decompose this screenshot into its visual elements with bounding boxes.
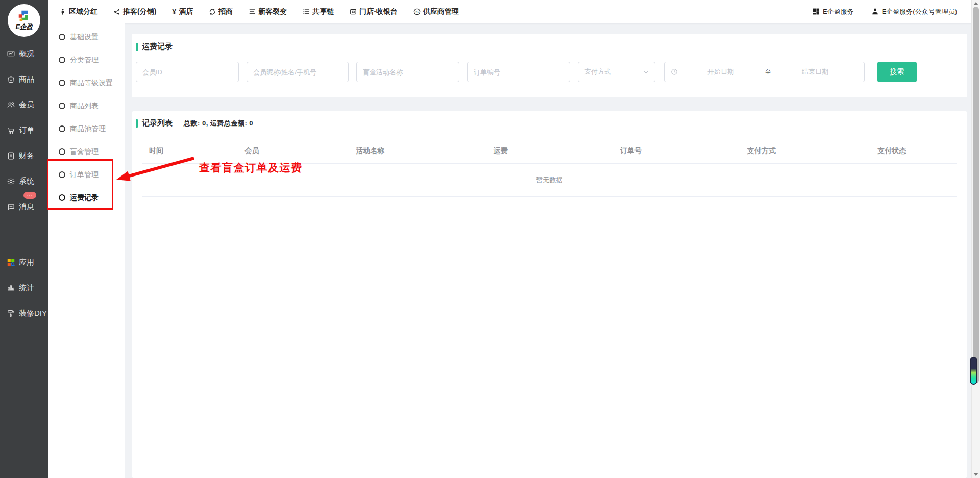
activity-name-input[interactable] (356, 62, 459, 82)
pay-method-select[interactable]: 支付方式 (578, 62, 655, 82)
radio-circle-icon (59, 103, 65, 109)
submenu-item-goods-pool[interactable]: 商品池管理 (48, 117, 125, 140)
title-accent-bar (136, 119, 138, 128)
column-header-pay-method: 支付方式 (696, 146, 827, 156)
goods-icon (7, 75, 15, 84)
column-header-freight: 运费 (435, 146, 566, 156)
supplier-icon: S (413, 8, 421, 15)
store-icon (350, 8, 357, 15)
sidebar-item-label: 概况 (19, 49, 34, 59)
sidebar-item-label: 财务 (19, 151, 34, 161)
topnav-item-store-cashier[interactable]: 门店-收银台 (350, 7, 398, 16)
topnav-item-fission[interactable]: 新客裂变 (249, 7, 287, 16)
submenu-item-basic-settings[interactable]: 基础设置 (48, 26, 125, 48)
members-icon (7, 100, 15, 109)
submenu-item-goods-level[interactable]: 商品等级设置 (48, 71, 125, 94)
submenu-item-goods-list[interactable]: 商品列表 (48, 94, 125, 117)
submenu-item-category[interactable]: 分类管理 (48, 48, 125, 71)
sidebar-item-label: 应用 (19, 258, 34, 267)
sidebar-item-system[interactable]: 系统 (0, 168, 48, 194)
topnav-item-affiliate[interactable]: 推客(分销) (113, 7, 156, 16)
sidebar-item-label: 系统 (19, 177, 34, 186)
panel-title: 运费记录 (142, 42, 173, 52)
column-header-time: 时间 (142, 146, 199, 156)
topbar-account-area: E企盈服务 E企盈服务(公众号管理员) (812, 7, 957, 16)
submenu-label: 商品池管理 (70, 124, 106, 134)
date-separator: 至 (764, 67, 772, 77)
topnav-item-region-bonus[interactable]: 区域分红 (59, 7, 97, 16)
column-header-member: 会员 (199, 146, 305, 156)
sidebar-item-finance[interactable]: 财务 (0, 143, 48, 168)
yen-icon: ¥ (172, 8, 176, 16)
date-range-picker[interactable]: 开始日期 至 结束日期 (664, 62, 865, 82)
sidebar-item-overview[interactable]: 概况 (0, 41, 48, 66)
start-date-field[interactable]: 开始日期 (678, 67, 764, 77)
submenu-item-blindbox[interactable]: 盲盒管理 (48, 140, 125, 163)
orders-icon (7, 126, 15, 135)
topnav-label: 推客(分销) (123, 7, 156, 16)
clock-icon (671, 68, 678, 76)
vertical-scrollbar[interactable] (971, 0, 980, 478)
sidebar-item-label: 装修DIY (19, 309, 47, 318)
region-bonus-icon (59, 8, 66, 15)
radio-circle-icon (59, 34, 65, 40)
sidebar-item-members[interactable]: 会员 (0, 92, 48, 117)
sidebar-item-apps[interactable]: 应用 (0, 249, 48, 275)
submenu-label: 盲盒管理 (70, 147, 99, 157)
radio-circle-icon (59, 194, 65, 201)
topnav-label: 供应商管理 (423, 7, 459, 16)
app-logo[interactable]: E企盈 (8, 4, 40, 37)
radio-circle-icon (59, 57, 65, 63)
sidebar-item-label: 消息 (19, 202, 34, 212)
sidebar-item-diy[interactable]: 装修DIY (0, 300, 48, 326)
account-label: E企盈服务(公众号管理员) (882, 7, 957, 16)
service-entry[interactable]: E企盈服务 (812, 7, 854, 16)
sidebar-item-goods[interactable]: 商品 (0, 66, 48, 92)
list-title: 记录列表 (142, 118, 173, 128)
radio-circle-icon (59, 171, 65, 178)
scrollbar-thumb[interactable] (973, 7, 979, 383)
system-gear-icon (7, 177, 15, 186)
sidebar-nav-secondary: 应用 统计 装修DIY (0, 249, 48, 326)
sidebar-item-label: 统计 (19, 283, 34, 293)
topnav-item-investment[interactable]: 招商 (209, 7, 233, 16)
submenu-label: 商品列表 (70, 102, 99, 111)
order-no-input[interactable] (467, 62, 570, 82)
share-icon (113, 8, 120, 15)
submenu-item-order-manage[interactable]: 订单管理 (48, 163, 125, 186)
topnav: 区域分红 推客(分销) ¥ 酒店 招商 新客裂变 共享链 门店-收银台 S 供应… (59, 7, 459, 16)
panel-title-row: 运费记录 (132, 34, 967, 52)
overview-icon (7, 49, 15, 58)
apps-icon (7, 258, 15, 267)
topnav-label: 区域分红 (69, 7, 97, 16)
member-id-input[interactable] (136, 62, 239, 82)
submenu-label: 订单管理 (70, 170, 99, 180)
scrollbar-up-arrow-icon[interactable] (973, 2, 978, 5)
diy-roller-icon (7, 309, 15, 318)
list-summary: 总数: 0, 运费总金额: 0 (184, 119, 253, 128)
title-accent-bar (136, 43, 138, 51)
services-grid-icon (812, 8, 820, 15)
sidebar-nav: 概况 商品 会员 订单 财务 系统 消息 ... (0, 41, 48, 219)
topnav-item-supplier[interactable]: S 供应商管理 (413, 7, 459, 16)
submenu-item-freight-record[interactable]: 运费记录 (48, 186, 125, 209)
extension-pill-widget[interactable] (970, 357, 977, 385)
submenu-label: 基础设置 (70, 33, 99, 42)
sidebar-item-messages[interactable]: 消息 ... (0, 194, 48, 219)
scrollbar-down-arrow-icon[interactable] (973, 473, 978, 476)
topnav-item-hotel[interactable]: ¥ 酒店 (172, 7, 193, 16)
member-name-input[interactable] (247, 62, 349, 82)
logo-mark-icon (17, 9, 31, 23)
account-menu[interactable]: E企盈服务(公众号管理员) (871, 7, 957, 16)
topnav-item-share-chain[interactable]: 共享链 (303, 7, 334, 16)
svg-text:S: S (415, 9, 418, 14)
sidebar-item-orders[interactable]: 订单 (0, 117, 48, 143)
messages-icon (7, 203, 15, 211)
topnav-label: 酒店 (179, 7, 193, 16)
end-date-field[interactable]: 结束日期 (772, 67, 858, 77)
topnav-label: 招商 (218, 7, 233, 16)
sidebar-item-stats[interactable]: 统计 (0, 275, 48, 300)
column-header-order-no: 订单号 (566, 146, 696, 156)
filter-bar: 支付方式 开始日期 至 结束日期 搜索 (136, 62, 967, 82)
search-button[interactable]: 搜索 (877, 62, 917, 82)
